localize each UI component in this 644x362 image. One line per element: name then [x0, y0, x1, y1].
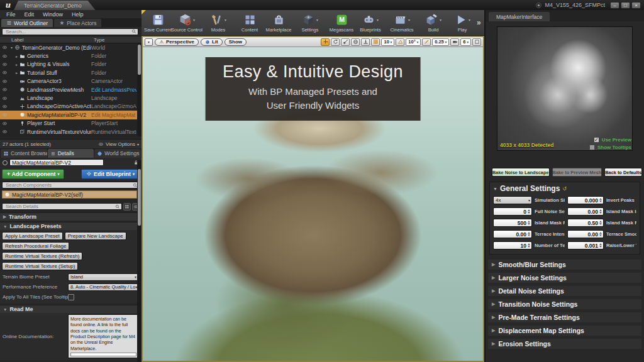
- megascans-button[interactable]: MMegascans: [327, 13, 356, 33]
- modes-button[interactable]: ▾Modes: [204, 13, 233, 33]
- maximize-viewport-button[interactable]: [472, 38, 481, 46]
- outliner-row[interactable]: Player StartPlayerStart: [0, 119, 142, 128]
- spinner-arrows-icon[interactable]: [528, 221, 530, 226]
- spinner-arrows-icon[interactable]: [599, 232, 602, 237]
- number-of-terraces-field[interactable]: 10: [493, 241, 532, 250]
- column-label[interactable]: Label: [0, 37, 94, 43]
- component-self-row[interactable]: MagicMapMaterialBP-V2(self): [2, 190, 137, 199]
- expander-icon[interactable]: ▸: [14, 54, 19, 58]
- eye-icon[interactable]: [0, 45, 9, 50]
- camera-speed-button[interactable]: [450, 38, 459, 46]
- scale-snap-value[interactable]: 0.25▾: [432, 38, 449, 46]
- restore-button[interactable]: □: [621, 2, 630, 9]
- save-current-button[interactable]: Save Current: [143, 13, 172, 33]
- spinner-arrows-icon[interactable]: [599, 221, 602, 226]
- eye-icon[interactable]: [0, 112, 9, 118]
- general-settings-header[interactable]: ▼ General Settings ↺: [493, 184, 636, 193]
- section-erosion-settings[interactable]: ▶Erosion Settings: [488, 339, 641, 349]
- angle-snap-value[interactable]: 10°▾: [406, 38, 421, 46]
- apply-landscape-preset-button[interactable]: Apply Landscape Preset: [2, 232, 63, 240]
- add-component-button[interactable]: + Add Component▾: [2, 169, 64, 179]
- outliner-row[interactable]: RuntimeVirtualTextureVolumeRuntimeVirtua…: [0, 128, 142, 136]
- menu-window[interactable]: Window: [38, 11, 67, 18]
- spinner-arrows-icon[interactable]: [599, 209, 602, 214]
- marketplace-button[interactable]: Marketplace: [264, 13, 293, 33]
- eye-icon[interactable]: [0, 79, 9, 84]
- tab-world-outliner[interactable]: World Outliner: [1, 19, 53, 27]
- full-noise-seed-field[interactable]: 0: [493, 207, 532, 216]
- close-button[interactable]: ×: [631, 2, 641, 9]
- apply-to-all-tiles-see-tooltip-checkbox[interactable]: [68, 294, 74, 300]
- back-to-defaults-button[interactable]: Back to Defaults: [604, 168, 642, 177]
- outliner-row[interactable]: CameraActor3CameraActor: [0, 77, 142, 85]
- menu-help[interactable]: Help: [67, 11, 88, 18]
- tab-world-settings[interactable]: World Settings: [94, 149, 141, 158]
- tab-place-actors[interactable]: Place Actors: [54, 19, 101, 27]
- search-details-input[interactable]: [4, 203, 115, 210]
- expander-icon[interactable]: ▸: [14, 70, 19, 75]
- section-read-me[interactable]: ▼ Read Me: [0, 305, 142, 313]
- island-mask-invert-field[interactable]: 0.00: [567, 207, 604, 216]
- angle-snap-button[interactable]: [396, 38, 404, 46]
- section-larger-noise-settings[interactable]: ▶Larger Noise Settings: [488, 273, 641, 283]
- tab-mapmakerinterface[interactable]: MapMakerInterface: [489, 12, 550, 21]
- lit-button[interactable]: Lit: [201, 38, 223, 46]
- expander-icon[interactable]: ▾: [9, 45, 14, 50]
- eye-icon[interactable]: [0, 96, 9, 101]
- outliner-row[interactable]: ▸Tutorial StuffFolder: [0, 69, 142, 77]
- viewport-canvas[interactable]: Easy & Intuitive Design With BP Managed …: [143, 47, 483, 361]
- use-preview-checkbox[interactable]: ✓: [594, 137, 599, 143]
- reset-to-default-icon[interactable]: ↺: [562, 186, 567, 192]
- toolbar-overflow-button[interactable]: »: [477, 18, 482, 27]
- outliner-row[interactable]: MagicMapMaterialBP-V2Edit MagicMapMat: [0, 111, 142, 119]
- content-button[interactable]: Content: [235, 13, 264, 33]
- spinner-arrows-icon[interactable]: [528, 243, 530, 248]
- eye-icon[interactable]: [0, 129, 9, 134]
- outliner-row[interactable]: ▾TerrainGenerator_Demo (Editor)World: [0, 43, 142, 52]
- simulation-size-dropdown[interactable]: 4x▾: [493, 196, 532, 204]
- eye-icon[interactable]: [0, 87, 9, 92]
- documentation-input[interactable]: [70, 353, 136, 356]
- performance-preference-dropdown[interactable]: 8. Auto - Cinematic Quality / Lo▾: [68, 283, 139, 291]
- search-details[interactable]: [2, 203, 122, 210]
- view-options-button[interactable]: View Options ▾: [98, 141, 139, 147]
- viewport-options-button[interactable]: ▾: [145, 38, 153, 46]
- outliner-row[interactable]: ▸Lighting & VisualsFolder: [0, 60, 142, 69]
- scale-tool-button[interactable]: [341, 38, 350, 46]
- outliner-row[interactable]: LandscapeLandscape: [0, 94, 142, 102]
- minimize-button[interactable]: –: [610, 2, 619, 9]
- section-transition-noise-settings[interactable]: ▶Transition Noise Settings: [488, 299, 641, 309]
- show-button[interactable]: Show: [225, 38, 247, 46]
- section-pre-made-terrain-settings[interactable]: ▶Pre-Made Terrain Settings: [488, 312, 641, 322]
- refresh-procedural-foliage-button[interactable]: Refresh Procedural Foliage: [2, 242, 69, 250]
- project-tab[interactable]: TerrainGenerator_Demo: [14, 1, 96, 10]
- island-mask-fade-field[interactable]: 0.50: [567, 219, 604, 227]
- bake-to-preview-mesh-button[interactable]: Bake to Preview Mesh: [552, 168, 602, 177]
- section-transform[interactable]: ▶ Transform: [0, 212, 142, 221]
- terrace-intensity-field[interactable]: 0.00: [493, 230, 532, 238]
- spinner-arrows-icon[interactable]: [528, 232, 530, 237]
- column-type[interactable]: Type: [94, 37, 142, 43]
- cinematics-button[interactable]: ▾Cinematics: [387, 13, 416, 33]
- grid-snap-button[interactable]: [371, 38, 380, 46]
- spinner-arrows-icon[interactable]: [599, 198, 602, 203]
- eye-icon[interactable]: [0, 53, 9, 59]
- search-components-input[interactable]: [4, 182, 133, 189]
- spinner-arrows-icon[interactable]: [528, 209, 530, 214]
- outliner-search[interactable]: [2, 28, 138, 35]
- settings-button[interactable]: ▾Settings: [296, 13, 325, 33]
- details-scrollbar[interactable]: [137, 160, 142, 362]
- perspective-button[interactable]: Perspective: [155, 38, 199, 46]
- move-tool-button[interactable]: [321, 38, 330, 46]
- section-detail-noise-settings[interactable]: ▶Detail Noise Settings: [488, 286, 641, 296]
- documentation-textbox[interactable]: More documentation can be found online. …: [68, 314, 139, 358]
- runtime-virtual-texture-setup-button[interactable]: Runtime Virtual Texture (Setup): [2, 262, 78, 270]
- section-displacement-map-settings[interactable]: ▶Displacement Map Settings: [488, 326, 641, 336]
- build-button[interactable]: ▾Build: [419, 13, 448, 33]
- source-control-button[interactable]: ▾Source Control: [172, 13, 201, 33]
- outliner-row[interactable]: LandscapeGizmoActiveActorLandscapeGizmoA…: [0, 102, 142, 111]
- world-space-tool-button[interactable]: [351, 38, 360, 46]
- scale-snap-button[interactable]: [422, 38, 431, 46]
- property-matrix-icon[interactable]: [123, 203, 131, 211]
- prepare-new-landscape-button[interactable]: Prepare New Landscape: [65, 232, 126, 240]
